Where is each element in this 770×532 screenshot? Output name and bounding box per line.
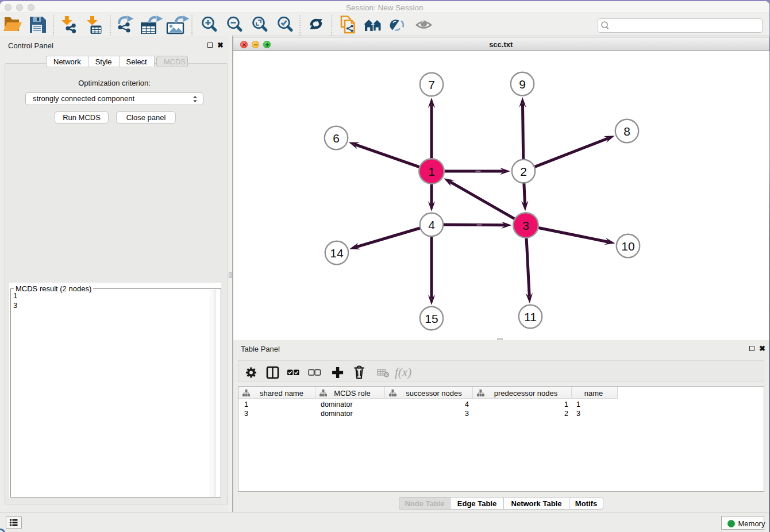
svg-text:3: 3 — [244, 410, 248, 418]
svg-text:1: 1 — [564, 400, 568, 408]
svg-text:15: 15 — [425, 312, 438, 325]
svg-text:14: 14 — [330, 246, 344, 260]
svg-text:1: 1 — [576, 400, 580, 408]
svg-text:10: 10 — [621, 240, 634, 253]
svg-text:3: 3 — [522, 219, 529, 232]
svg-text:dominator: dominator — [321, 410, 353, 418]
svg-text:7: 7 — [428, 78, 435, 91]
svg-text:name: name — [584, 389, 603, 398]
svg-text:4: 4 — [428, 218, 435, 232]
svg-text:1: 1 — [244, 400, 248, 408]
svg-text:predecessor nodes: predecessor nodes — [494, 389, 558, 398]
svg-text:dominator: dominator — [321, 400, 353, 408]
svg-text:1: 1 — [428, 165, 435, 178]
svg-text:9: 9 — [519, 78, 526, 91]
svg-text:3: 3 — [465, 410, 469, 418]
svg-text:MCDS role: MCDS role — [334, 389, 371, 398]
svg-text:6: 6 — [333, 132, 340, 145]
svg-text:11: 11 — [524, 310, 537, 323]
svg-text:2: 2 — [520, 165, 527, 178]
svg-text:4: 4 — [465, 400, 469, 408]
svg-text:f(x): f(x) — [395, 365, 411, 379]
svg-text:3: 3 — [576, 410, 580, 418]
svg-text:successor nodes: successor nodes — [406, 389, 462, 398]
svg-text:8: 8 — [623, 125, 630, 138]
svg-text:2: 2 — [564, 410, 568, 418]
svg-text:shared name: shared name — [260, 389, 303, 398]
